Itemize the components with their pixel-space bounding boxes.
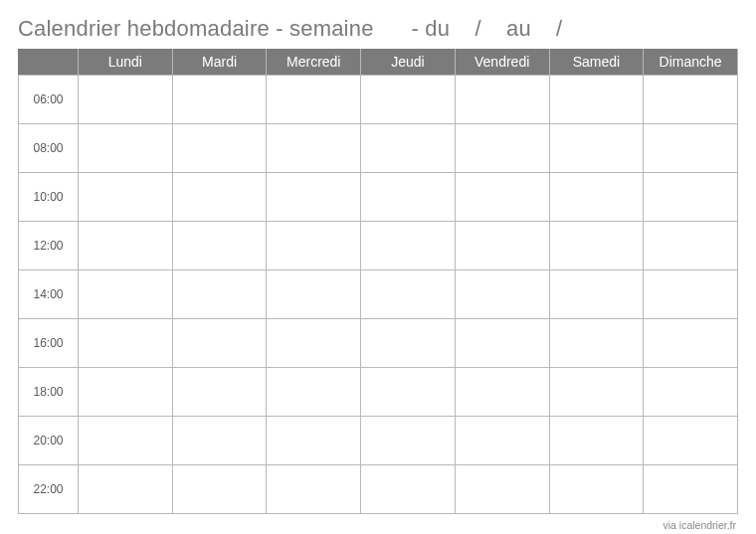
calendar-cell [644, 464, 738, 513]
time-label: 20:00 [19, 416, 79, 464]
calendar-cell [79, 464, 173, 513]
calendar-cell [549, 416, 644, 464]
calendar-cell [455, 464, 549, 513]
time-label: 12:00 [19, 221, 79, 269]
calendar-cell [455, 318, 549, 367]
page-title: Calendrier hebdomadaire - semaine - du /… [18, 16, 738, 42]
time-label: 14:00 [19, 269, 79, 318]
calendar-cell [79, 318, 173, 367]
calendar-cell [361, 221, 456, 269]
calendar-cell [79, 123, 173, 172]
calendar-cell [361, 367, 456, 416]
table-row: 06:00 [19, 75, 738, 123]
calendar-cell [549, 172, 644, 221]
calendar-cell [361, 416, 456, 464]
header-row: Lundi Mardi Mercredi Jeudi Vendredi Same… [19, 49, 738, 75]
calendar-cell [267, 367, 361, 416]
time-label: 22:00 [19, 464, 79, 513]
table-row: 20:00 [19, 416, 738, 464]
calendar-cell [267, 269, 361, 318]
calendar-cell [549, 367, 644, 416]
calendar-cell [361, 269, 456, 318]
calendar-cell [172, 464, 267, 513]
calendar-cell [455, 172, 549, 221]
calendar-cell [644, 318, 738, 367]
calendar-cell [549, 221, 644, 269]
calendar-cell [172, 221, 267, 269]
time-label: 10:00 [19, 172, 79, 221]
calendar-cell [172, 172, 267, 221]
header-day: Samedi [549, 49, 644, 75]
table-row: 16:00 [19, 318, 738, 367]
calendar-cell [172, 367, 267, 416]
header-day: Vendredi [455, 49, 549, 75]
header-day: Lundi [79, 49, 173, 75]
calendar-cell [79, 221, 173, 269]
table-row: 14:00 [19, 269, 738, 318]
calendar-cell [455, 269, 549, 318]
time-label: 08:00 [19, 123, 79, 172]
calendar-cell [79, 172, 173, 221]
weekly-calendar-table: Lundi Mardi Mercredi Jeudi Vendredi Same… [18, 49, 738, 514]
calendar-cell [549, 123, 644, 172]
calendar-cell [549, 318, 644, 367]
calendar-cell [455, 221, 549, 269]
calendar-cell [267, 221, 361, 269]
header-day: Jeudi [361, 49, 456, 75]
calendar-cell [172, 416, 267, 464]
calendar-cell [361, 123, 456, 172]
table-row: 18:00 [19, 367, 738, 416]
time-label: 16:00 [19, 318, 79, 367]
credit-text: via icalendrier.fr [18, 519, 738, 531]
calendar-cell [549, 464, 644, 513]
calendar-cell [361, 318, 456, 367]
table-row: 08:00 [19, 123, 738, 172]
calendar-cell [455, 367, 549, 416]
calendar-cell [267, 172, 361, 221]
header-day: Mercredi [267, 49, 361, 75]
calendar-cell [361, 172, 456, 221]
calendar-page: Calendrier hebdomadaire - semaine - du /… [0, 0, 756, 534]
calendar-body: 06:00 08:00 10:00 [19, 75, 738, 513]
header-day: Dimanche [644, 49, 738, 75]
time-label: 18:00 [19, 367, 79, 416]
calendar-cell [644, 75, 738, 123]
calendar-cell [172, 269, 267, 318]
table-row: 12:00 [19, 221, 738, 269]
header-day: Mardi [172, 49, 267, 75]
calendar-cell [172, 75, 267, 123]
calendar-cell [549, 75, 644, 123]
calendar-cell [455, 123, 549, 172]
calendar-cell [361, 464, 456, 513]
calendar-cell [455, 416, 549, 464]
calendar-cell [644, 269, 738, 318]
calendar-cell [644, 367, 738, 416]
calendar-cell [79, 367, 173, 416]
calendar-cell [79, 416, 173, 464]
calendar-cell [361, 75, 456, 123]
calendar-cell [549, 269, 644, 318]
header-time-blank [19, 49, 79, 75]
table-row: 10:00 [19, 172, 738, 221]
calendar-cell [267, 464, 361, 513]
table-row: 22:00 [19, 464, 738, 513]
calendar-cell [644, 172, 738, 221]
calendar-cell [79, 269, 173, 318]
calendar-cell [644, 123, 738, 172]
calendar-cell [267, 416, 361, 464]
calendar-cell [644, 416, 738, 464]
calendar-cell [644, 221, 738, 269]
calendar-cell [455, 75, 549, 123]
calendar-cell [267, 318, 361, 367]
calendar-cell [267, 123, 361, 172]
calendar-cell [267, 75, 361, 123]
time-label: 06:00 [19, 75, 79, 123]
calendar-cell [79, 75, 173, 123]
calendar-cell [172, 318, 267, 367]
calendar-cell [172, 123, 267, 172]
